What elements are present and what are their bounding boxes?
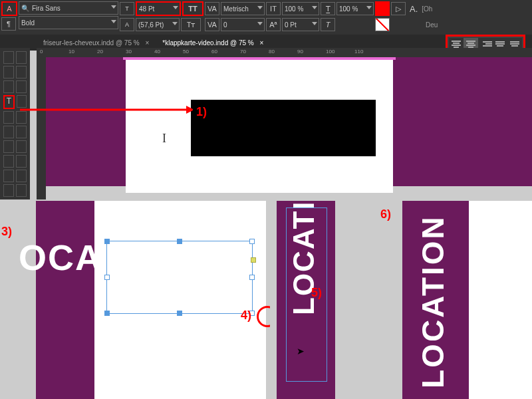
panel-6: LOCATION 6)	[346, 201, 532, 399]
scissors-tool[interactable]	[3, 140, 14, 153]
panel-5: LOCATI 5) ➤	[270, 201, 342, 399]
font-weight-select[interactable]: Bold	[19, 16, 118, 29]
canvas-top[interactable]: I	[46, 57, 532, 186]
horizontal-ruler[interactable]: 0 10 20 30 40 50 60 70 80 90 100 110	[37, 48, 532, 57]
note-tool[interactable]	[3, 170, 14, 182]
no-fill-icon[interactable]	[375, 18, 390, 31]
fill-color-swatch[interactable]	[375, 1, 390, 16]
scale-h-icon: T̲	[321, 2, 335, 15]
vertical-ruler[interactable]	[37, 57, 46, 200]
direct-selection-tool[interactable]	[16, 51, 27, 64]
leading: (57,6 Pt)	[138, 21, 164, 29]
annotation-6: 6)	[380, 207, 391, 221]
annotation-1: 1)	[196, 105, 207, 119]
gradient-swatch-tool[interactable]	[3, 155, 14, 168]
eyedropper-tool[interactable]	[16, 170, 27, 182]
textframe-selection[interactable]	[106, 241, 253, 314]
tool-palette: T	[0, 48, 30, 200]
baseline-icon: Aª	[266, 18, 281, 31]
font-family-select[interactable]: 🔍Fira Sans	[19, 1, 118, 15]
scale-v-icon: IT	[266, 2, 281, 15]
stroke-icon[interactable]: ▷	[391, 2, 406, 15]
scale-h-input[interactable]: 100 %	[336, 2, 374, 15]
rectangle-tool[interactable]	[16, 126, 27, 138]
font-size: 48 Pt	[139, 5, 154, 13]
svg-marker-1	[186, 106, 193, 114]
smallcaps-button[interactable]: Tᴛ	[181, 18, 201, 31]
annotation-4: 4)	[241, 309, 251, 323]
cursor-icon: ➤	[297, 346, 305, 356]
leading-icon: A	[120, 18, 134, 31]
annotation-arrow	[20, 103, 193, 116]
kerning-select[interactable]: Metrisch	[221, 2, 265, 15]
hand-tool[interactable]	[3, 184, 14, 197]
pen-tool[interactable]	[3, 111, 14, 124]
char-panel-icon[interactable]: A	[1, 1, 17, 16]
font-name: Fira Sans	[32, 5, 61, 12]
leading-select[interactable]: (57,6 Pt)	[136, 18, 180, 31]
content-placer-tool[interactable]	[16, 80, 27, 93]
page-tool[interactable]	[3, 66, 14, 78]
gradient-feather-tool[interactable]	[16, 155, 27, 168]
char-style-label: A.	[410, 4, 418, 14]
para-panel-icon[interactable]: ¶	[1, 17, 16, 31]
tracking-icon: VA	[205, 18, 219, 31]
rectangle-frame-tool[interactable]	[3, 126, 14, 138]
page[interactable]: I	[126, 60, 393, 193]
panel-3: OCA 3) 4)	[0, 201, 266, 399]
gap-tool[interactable]	[16, 66, 27, 78]
annotation-3: 3)	[1, 225, 12, 239]
type-tool[interactable]: T	[3, 95, 15, 109]
selection-tool[interactable]	[3, 51, 14, 64]
scale-v-input[interactable]: 100 %	[282, 2, 319, 15]
font-weight: Bold	[21, 19, 35, 27]
annotation-5: 5)	[311, 286, 322, 300]
font-size-select[interactable]: 48 Pt	[136, 1, 181, 16]
zoom-tool[interactable]	[16, 184, 27, 197]
allcaps-button[interactable]: TT	[182, 1, 203, 16]
text-cursor-icon: I	[162, 132, 166, 146]
size-icon: T	[120, 2, 134, 15]
content-collector-tool[interactable]	[3, 80, 14, 93]
tracking: 0	[223, 21, 227, 29]
free-transform-tool[interactable]	[16, 140, 27, 153]
lang-label: Deu	[426, 21, 438, 29]
tracking-select[interactable]: 0	[221, 18, 265, 31]
skew-icon: T	[321, 18, 335, 31]
oh-label: [Oh	[422, 5, 432, 13]
text-oca: OCA	[19, 237, 102, 278]
text-frame[interactable]	[191, 100, 376, 156]
kerning-icon: VA	[205, 2, 219, 15]
kerning: Metrisch	[223, 5, 249, 13]
baseline-input[interactable]: 0 Pt	[282, 18, 319, 31]
text-location: LOCATION	[415, 215, 451, 388]
